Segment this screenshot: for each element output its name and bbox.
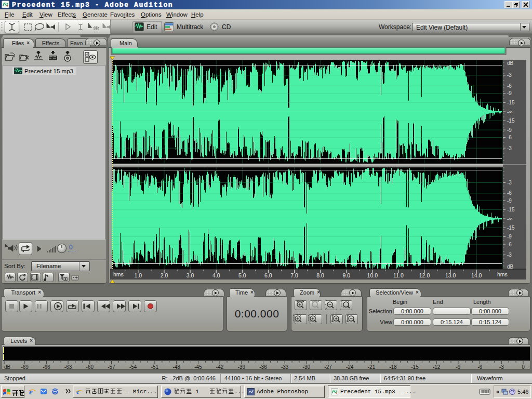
- svg-text:-15: -15: [507, 100, 515, 105]
- svg-text:hms: hms: [497, 271, 508, 277]
- svg-text:-57: -57: [108, 364, 115, 370]
- svg-text:-69: -69: [21, 364, 29, 370]
- svg-text:-66: -66: [43, 364, 50, 370]
- svg-text:-27: -27: [324, 364, 332, 370]
- svg-text:-9: -9: [507, 234, 512, 240]
- svg-text:-12: -12: [433, 364, 441, 370]
- svg-text:-21: -21: [368, 364, 376, 370]
- svg-text:dB: dB: [507, 60, 514, 66]
- svg-text:10.0: 10.0: [367, 272, 378, 278]
- svg-text:-6: -6: [507, 242, 512, 247]
- svg-text:-15: -15: [411, 364, 419, 370]
- svg-text:-6: -6: [477, 364, 482, 370]
- svg-text:-33: -33: [281, 364, 289, 370]
- svg-text:-6: -6: [507, 135, 512, 140]
- svg-text:dB: dB: [4, 364, 11, 370]
- svg-text:-54: -54: [129, 364, 137, 370]
- svg-text:-30: -30: [303, 364, 311, 370]
- svg-text:-∞: -∞: [507, 109, 512, 115]
- svg-text:-60: -60: [86, 364, 94, 370]
- svg-text:-18: -18: [389, 364, 397, 370]
- svg-text:-15: -15: [507, 225, 515, 231]
- svg-text:-45: -45: [194, 364, 202, 370]
- svg-text:-3: -3: [507, 252, 512, 258]
- svg-text:-6: -6: [507, 190, 512, 196]
- svg-text:-3: -3: [507, 180, 512, 185]
- svg-text:0: 0: [522, 364, 525, 370]
- svg-text:6.0: 6.0: [264, 272, 272, 278]
- svg-text:3.0: 3.0: [187, 272, 194, 278]
- svg-text:13.0: 13.0: [445, 272, 456, 278]
- svg-text:-9: -9: [507, 198, 512, 204]
- svg-text:7.0: 7.0: [290, 272, 298, 278]
- svg-text:-39: -39: [238, 364, 246, 370]
- svg-text:12.0: 12.0: [419, 272, 430, 278]
- svg-text:-9: -9: [507, 127, 512, 133]
- svg-text:-51: -51: [151, 364, 159, 370]
- svg-text:-63: -63: [64, 364, 72, 370]
- svg-text:-42: -42: [216, 364, 224, 370]
- svg-text:-6: -6: [507, 83, 512, 89]
- svg-text:9.0: 9.0: [342, 272, 350, 278]
- svg-text:1.0: 1.0: [135, 272, 142, 278]
- svg-text:-3: -3: [499, 364, 504, 370]
- svg-text:-15: -15: [507, 207, 515, 212]
- svg-text:8.0: 8.0: [316, 272, 324, 278]
- svg-text:-3: -3: [507, 145, 512, 151]
- svg-text:4.0: 4.0: [212, 272, 220, 278]
- svg-text:11.0: 11.0: [393, 272, 404, 278]
- svg-text:-∞: -∞: [507, 216, 512, 222]
- svg-text:e: e: [29, 388, 33, 396]
- svg-text:dB: dB: [507, 264, 514, 270]
- svg-text:-48: -48: [172, 364, 180, 370]
- svg-text:-9: -9: [456, 364, 460, 370]
- svg-text:-15: -15: [507, 118, 515, 124]
- svg-text:-9: -9: [507, 90, 512, 96]
- svg-text:hms: hms: [113, 271, 124, 277]
- svg-text:-36: -36: [259, 364, 267, 370]
- svg-text:-3: -3: [507, 72, 512, 78]
- svg-text:-24: -24: [346, 364, 354, 370]
- svg-text:e: e: [76, 388, 79, 395]
- svg-text:14.0: 14.0: [471, 272, 482, 278]
- svg-text:2.0: 2.0: [161, 272, 168, 278]
- svg-text:5.0: 5.0: [238, 272, 246, 278]
